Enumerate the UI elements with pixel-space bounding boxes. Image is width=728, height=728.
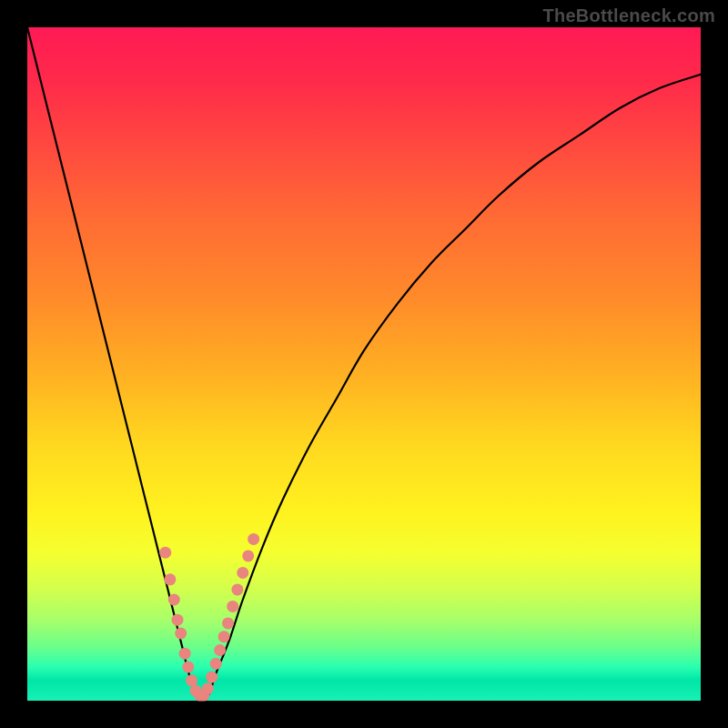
plot-svg	[27, 27, 701, 701]
data-marker	[172, 614, 184, 626]
watermark-text: TheBottleneck.com	[542, 5, 715, 26]
marker-group	[159, 533, 259, 702]
data-marker	[202, 682, 214, 694]
data-marker	[242, 550, 254, 561]
data-marker	[218, 631, 230, 642]
data-marker	[186, 674, 197, 686]
bottleneck-curve	[27, 27, 701, 701]
data-marker	[175, 628, 187, 640]
data-marker	[248, 533, 259, 545]
data-marker	[227, 601, 238, 612]
chart-frame: TheBottleneck.com	[0, 0, 728, 728]
data-marker	[164, 573, 176, 585]
data-marker	[206, 672, 217, 683]
data-marker	[237, 567, 248, 579]
data-marker	[231, 583, 243, 595]
plot-area	[27, 27, 701, 701]
data-marker	[179, 648, 191, 660]
data-marker	[210, 658, 222, 670]
data-marker	[214, 644, 226, 656]
data-marker	[182, 662, 194, 673]
data-marker	[222, 617, 234, 629]
data-marker	[168, 594, 180, 606]
data-marker	[159, 547, 171, 559]
